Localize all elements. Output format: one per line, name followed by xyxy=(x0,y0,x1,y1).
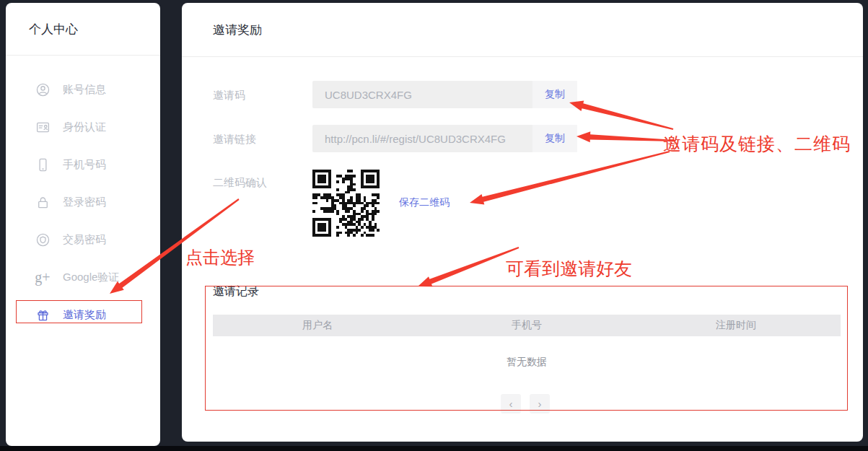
sidebar-item-label: 交易密码 xyxy=(63,233,106,247)
sidebar-item-trade-password[interactable]: 交易密码 xyxy=(6,221,160,258)
shield-icon xyxy=(35,232,51,248)
chevron-right-icon: › xyxy=(538,398,542,410)
sidebar-header: 个人中心 xyxy=(6,3,160,56)
sidebar-item-google-auth[interactable]: g+ Google验证 xyxy=(6,258,160,296)
records-table-header: 用户名 手机号 注册时间 xyxy=(213,315,841,336)
gift-icon xyxy=(35,307,51,323)
sidebar-item-label: 登录密码 xyxy=(63,196,106,209)
main-panel: 邀请奖励 邀请码 UC8UD3CRX4FG 复制 邀请链接 http://pcn… xyxy=(182,3,863,442)
records-section-title: 邀请记录 xyxy=(213,284,259,299)
sidebar-item-label: 邀请奖励 xyxy=(63,308,106,322)
annotation-click-note: 点击选择 xyxy=(185,246,255,269)
invite-code-field[interactable]: UC8UD3CRX4FG 复制 xyxy=(312,81,577,108)
sidebar-item-label: 手机号码 xyxy=(63,158,106,172)
invite-code-label: 邀请码 xyxy=(213,89,245,102)
annotation-invite-note: 邀请码及链接、二维码 xyxy=(663,132,851,156)
id-card-icon xyxy=(35,119,51,135)
sidebar-item-login-password[interactable]: 登录密码 xyxy=(6,183,160,221)
copy-link-button[interactable]: 复制 xyxy=(532,125,577,152)
bottom-band xyxy=(0,446,868,451)
main-header: 邀请奖励 xyxy=(182,3,863,57)
qr-label: 二维码确认 xyxy=(213,176,267,190)
chevron-left-icon: ‹ xyxy=(509,398,513,410)
sidebar-item-phone[interactable]: 手机号码 xyxy=(6,146,160,183)
annotation-friends-note: 可看到邀请好友 xyxy=(506,257,632,281)
invite-link-label: 邀请链接 xyxy=(213,133,256,146)
save-qr-button[interactable]: 保存二维码 xyxy=(399,196,450,209)
invite-code-value: UC8UD3CRX4FG xyxy=(312,89,532,101)
column-header-username: 用户名 xyxy=(213,315,422,336)
sidebar-item-label: 账号信息 xyxy=(63,83,106,97)
empty-data-text: 暂无数据 xyxy=(213,356,841,369)
qr-code-image xyxy=(311,170,381,237)
copy-code-button[interactable]: 复制 xyxy=(532,81,577,108)
sidebar-item-identity[interactable]: 身份认证 xyxy=(6,108,160,146)
column-header-register-time: 注册时间 xyxy=(631,315,841,336)
sidebar-item-label: Google验证 xyxy=(63,271,119,284)
sidebar-item-invite-reward[interactable]: 邀请奖励 xyxy=(6,296,160,333)
lock-icon xyxy=(35,194,51,210)
sidebar-item-label: 身份认证 xyxy=(63,121,106,134)
invite-link-field[interactable]: http://pcn.li/#/regist/UC8UD3CRX4FG 复制 xyxy=(312,125,577,152)
phone-icon xyxy=(35,157,51,172)
pagination-prev-button[interactable]: ‹ xyxy=(501,394,521,413)
pagination-next-button[interactable]: › xyxy=(530,394,550,413)
sidebar-panel: 个人中心 账号信息 身份认证 手机号码 登录密码 xyxy=(6,3,160,446)
sidebar-menu: 账号信息 身份认证 手机号码 登录密码 交易密码 xyxy=(6,71,160,333)
user-icon xyxy=(35,82,51,97)
column-header-phone: 手机号 xyxy=(422,315,631,336)
google-plus-icon: g+ xyxy=(35,269,51,285)
sidebar-item-account-info[interactable]: 账号信息 xyxy=(6,71,160,108)
page-title: 邀请奖励 xyxy=(213,22,262,38)
invite-link-value: http://pcn.li/#/regist/UC8UD3CRX4FG xyxy=(312,133,532,145)
sidebar-title: 个人中心 xyxy=(29,21,78,38)
